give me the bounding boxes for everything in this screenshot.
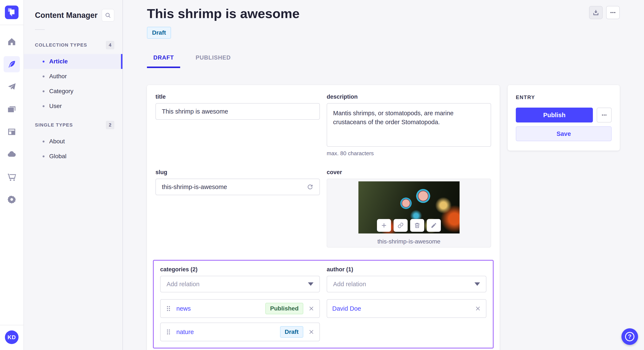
- categories-relation-select[interactable]: Add relation: [160, 276, 320, 292]
- subnav-divider: [35, 29, 45, 30]
- description-textarea[interactable]: Mantis shrimps, or stomatopods, are mari…: [327, 103, 491, 147]
- settings-icon[interactable]: [4, 191, 20, 207]
- export-button[interactable]: [589, 6, 603, 19]
- slug-input[interactable]: this-shrimp-is-awesome: [156, 178, 320, 195]
- author-placeholder: Add relation: [333, 281, 474, 288]
- trash-icon: [414, 222, 420, 229]
- help-button[interactable]: ?: [622, 328, 638, 345]
- relation-link[interactable]: nature: [176, 329, 275, 336]
- edit-asset-button[interactable]: [427, 219, 441, 232]
- delete-asset-button[interactable]: [410, 219, 424, 232]
- export-icon: [592, 9, 599, 16]
- single-types-heading: SINGLE TYPES: [35, 122, 73, 128]
- page-title: This shrimp is awesome: [147, 6, 620, 21]
- add-asset-button[interactable]: [377, 219, 391, 232]
- field-slug: slug this-shrimp-is-awesome: [156, 169, 320, 247]
- rail-nav: [4, 34, 20, 207]
- drag-handle-icon[interactable]: [166, 329, 171, 335]
- search-button[interactable]: [102, 9, 114, 22]
- sidebar-item-label: Author: [49, 73, 67, 80]
- drag-handle-icon[interactable]: [166, 305, 171, 312]
- relation-link[interactable]: David Doe: [332, 305, 470, 312]
- field-categories: categories (2) Add relation news Publish…: [160, 266, 320, 341]
- rail-bottom-divider: [0, 325, 24, 325]
- refresh-icon[interactable]: [307, 183, 314, 190]
- title-label: title: [156, 94, 320, 100]
- user-avatar[interactable]: KD: [5, 331, 18, 344]
- save-button[interactable]: Save: [516, 126, 612, 141]
- sidebar-item-article[interactable]: Article: [24, 54, 122, 69]
- marketplace-icon[interactable]: [4, 146, 20, 163]
- subnav-title: Content Manager: [35, 11, 98, 20]
- publish-button[interactable]: Publish: [516, 108, 593, 123]
- question-mark-icon: ?: [625, 332, 634, 341]
- relation-status-badge: Published: [265, 303, 303, 314]
- cover-label: cover: [327, 169, 491, 176]
- main-nav-rail: KD: [0, 0, 24, 350]
- sidebar-item-label: About: [49, 138, 65, 145]
- field-title: title This shrimp is awesome: [156, 94, 320, 157]
- copy-link-button[interactable]: [394, 219, 408, 232]
- more-icon: [610, 9, 616, 16]
- entry-more-button[interactable]: [597, 108, 612, 123]
- version-tabs: DRAFT PUBLISHED: [147, 51, 620, 68]
- search-icon: [105, 12, 111, 18]
- collection-types-heading: COLLECTION TYPES: [35, 42, 87, 48]
- releases-icon[interactable]: [4, 79, 20, 95]
- home-icon[interactable]: [4, 34, 20, 50]
- header-actions: [589, 6, 620, 19]
- content-type-builder-icon[interactable]: [4, 124, 20, 140]
- single-types-count-badge: 2: [106, 121, 114, 129]
- pencil-icon: [430, 222, 437, 229]
- more-icon: [601, 112, 607, 118]
- sidebar-item-category[interactable]: Category: [24, 84, 122, 99]
- bullet-icon: [42, 105, 44, 107]
- close-icon: [475, 306, 481, 312]
- rail-divider: [0, 25, 24, 25]
- description-label: description: [327, 94, 491, 100]
- remove-relation-button[interactable]: [475, 306, 481, 312]
- status-badge: Draft: [147, 27, 171, 39]
- plus-icon: [381, 222, 387, 229]
- bullet-icon: [42, 90, 44, 92]
- field-author: author (1) Add relation David Doe: [327, 266, 486, 341]
- slug-value: this-shrimp-is-awesome: [162, 183, 307, 190]
- content-manager-icon[interactable]: [4, 56, 20, 72]
- remove-relation-button[interactable]: [308, 306, 314, 312]
- bullet-icon: [42, 156, 44, 157]
- entry-panel-title: ENTRY: [516, 94, 612, 100]
- media-library-icon[interactable]: [4, 101, 20, 117]
- remove-relation-button[interactable]: [308, 329, 314, 335]
- sidebar-item-global[interactable]: Global: [24, 149, 122, 164]
- tab-published[interactable]: PUBLISHED: [189, 51, 237, 68]
- sidebar-item-label: Article: [49, 58, 68, 65]
- sidebar-item-about[interactable]: About: [24, 134, 122, 149]
- collection-types-count-badge: 4: [106, 41, 114, 49]
- sidebar-item-author[interactable]: Author: [24, 69, 122, 84]
- categories-relation-list: news Published nature Draft: [160, 299, 320, 341]
- title-value: This shrimp is awesome: [162, 108, 314, 115]
- header-more-button[interactable]: [606, 6, 620, 19]
- purchase-icon[interactable]: [4, 169, 20, 185]
- strapi-logo[interactable]: [5, 5, 18, 19]
- link-icon: [398, 222, 404, 229]
- edit-form-card: title This shrimp is awesome description…: [147, 85, 500, 350]
- close-icon: [308, 329, 314, 335]
- sidebar-item-label: User: [49, 103, 62, 110]
- relation-item-nature: nature Draft: [160, 323, 320, 341]
- author-relation-select[interactable]: Add relation: [327, 276, 486, 292]
- relation-item-david-doe: David Doe: [327, 299, 486, 318]
- close-icon: [308, 306, 314, 312]
- description-value: Mantis shrimps, or stomatopods, are mari…: [333, 110, 454, 126]
- tab-draft[interactable]: DRAFT: [147, 51, 180, 68]
- cover-caption: this-shrimp-is-awesome: [377, 238, 440, 245]
- content-manager-subnav: Content Manager COLLECTION TYPES 4 Artic…: [24, 0, 123, 350]
- relation-status-badge: Draft: [280, 326, 303, 338]
- relation-item-news: news Published: [160, 299, 320, 318]
- relations-focus-box: categories (2) Add relation news Publish…: [153, 260, 494, 349]
- title-input[interactable]: This shrimp is awesome: [156, 103, 320, 120]
- categories-placeholder: Add relation: [166, 281, 308, 288]
- description-hint: max. 80 characters: [327, 150, 491, 157]
- relation-link[interactable]: news: [176, 305, 260, 312]
- sidebar-item-user[interactable]: User: [24, 99, 122, 114]
